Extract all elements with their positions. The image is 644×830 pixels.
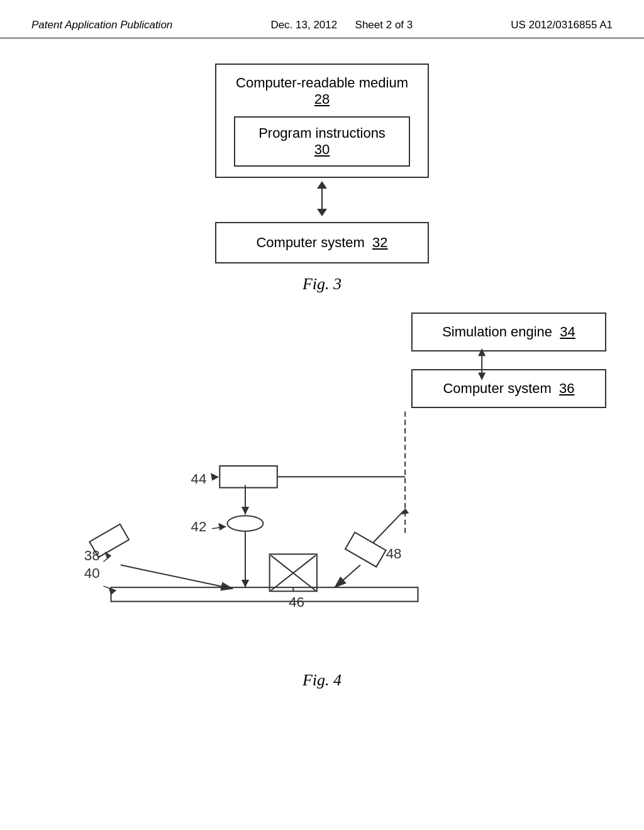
- svg-marker-12: [242, 507, 249, 514]
- fig3-arrow: [317, 181, 327, 219]
- svg-marker-10: [242, 580, 249, 587]
- svg-marker-31: [218, 523, 226, 530]
- svg-rect-13: [219, 466, 277, 488]
- svg-text:40: 40: [84, 565, 100, 581]
- svg-text:38: 38: [84, 548, 100, 563]
- fig4-label: Fig. 4: [303, 671, 341, 690]
- header-center: Dec. 13, 2012 Sheet 2 of 3: [270, 19, 413, 31]
- svg-line-7: [121, 565, 233, 589]
- page-header: Patent Application Publication Dec. 13, …: [0, 0, 644, 38]
- header-right: US 2012/0316855 A1: [511, 19, 613, 31]
- svg-point-8: [228, 516, 264, 531]
- svg-marker-28: [104, 551, 111, 559]
- patent-number: US 2012/0316855 A1: [511, 19, 613, 31]
- svg-text:44: 44: [191, 471, 207, 487]
- computer-system-32-box: Computer system 32: [215, 222, 429, 263]
- svg-line-20: [335, 565, 360, 588]
- fig3-label: Fig. 3: [303, 275, 341, 294]
- header-sheet: Sheet 2 of 3: [355, 19, 413, 31]
- outer-box-crm: Computer-readable medium 28 Program inst…: [215, 64, 429, 178]
- fig4-svg: 38 40 42 44 46 48: [25, 313, 619, 696]
- program-instructions-box: Program instructions 30: [234, 116, 410, 167]
- header-date: Dec. 13, 2012: [270, 19, 337, 31]
- svg-line-21: [373, 511, 404, 543]
- header-left: Patent Application Publication: [31, 19, 172, 31]
- publication-label: Patent Application Publication: [31, 19, 172, 31]
- fig3-diagram: Computer-readable medium 28 Program inst…: [0, 64, 644, 300]
- arrow-head-down: [317, 209, 327, 216]
- svg-text:48: 48: [386, 546, 402, 562]
- svg-marker-1: [478, 348, 486, 356]
- svg-text:46: 46: [289, 594, 304, 610]
- svg-text:42: 42: [191, 519, 207, 534]
- svg-rect-19: [345, 533, 386, 567]
- svg-rect-5: [111, 587, 418, 601]
- crm-label: Computer-readable medium 28: [236, 75, 408, 108]
- arrow-head-up: [317, 181, 327, 189]
- svg-marker-3: [478, 373, 486, 380]
- svg-marker-26: [108, 587, 116, 595]
- svg-marker-34: [211, 473, 218, 480]
- fig4-diagram: Simulation engine 34 Computer system 36: [25, 313, 619, 696]
- arrow-line: [321, 189, 323, 209]
